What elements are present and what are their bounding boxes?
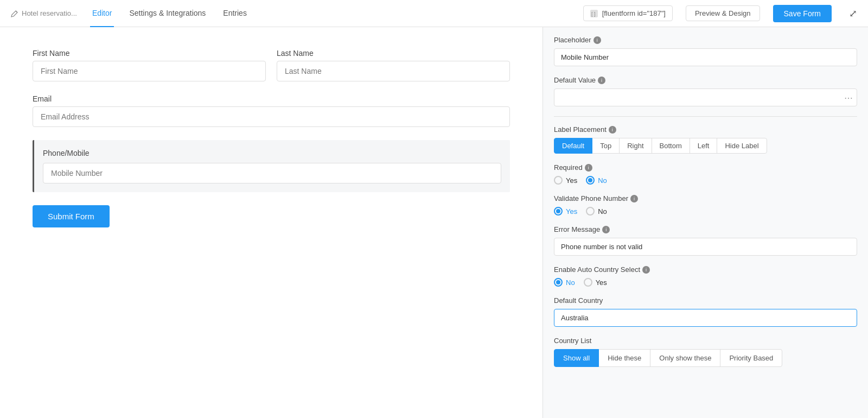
default-country-label: Default Country — [554, 296, 857, 305]
validate-no-radio[interactable]: No — [586, 207, 607, 216]
validate-phone-label: Validate Phone Number i — [554, 194, 857, 202]
validate-phone-group: Validate Phone Number i Yes No — [554, 194, 857, 216]
placeholder-group: Placeholder i — [554, 36, 857, 66]
placeholder-info-icon: i — [593, 36, 601, 44]
code-snippet-text: [fluentform id="187"] — [602, 9, 666, 17]
phone-label: Phone/Mobile — [43, 149, 501, 157]
required-info-icon: i — [585, 164, 592, 172]
label-placement-default[interactable]: Default — [554, 138, 592, 154]
default-country-input[interactable] — [554, 309, 857, 327]
required-label: Required i — [554, 163, 857, 172]
label-placement-group: Label Placement i Default Top Right Bott… — [554, 125, 857, 154]
save-form-button[interactable]: Save Form — [773, 5, 832, 22]
placeholder-label: Placeholder i — [554, 36, 857, 44]
default-value-group: Default Value i ⋯ — [554, 76, 857, 106]
label-placement-bottom[interactable]: Bottom — [652, 138, 690, 154]
last-name-label: Last Name — [277, 49, 510, 58]
email-label: Email — [33, 94, 510, 103]
nav-tab-settings[interactable]: Settings & Integrations — [127, 0, 208, 27]
first-name-group: First Name — [33, 49, 266, 81]
email-group: Email — [33, 94, 510, 127]
first-name-label: First Name — [33, 49, 266, 58]
last-name-group: Last Name — [277, 49, 510, 81]
default-value-info-icon: i — [598, 77, 605, 84]
validate-yes-radio[interactable]: Yes — [554, 207, 577, 216]
label-placement-left[interactable]: Left — [690, 138, 718, 154]
label-placement-label: Label Placement i — [554, 125, 857, 134]
label-placement-info-icon: i — [609, 126, 616, 134]
right-panel: Placeholder i Default Value i ⋯ Label Pl… — [542, 27, 868, 418]
auto-country-label: Enable Auto Country Select i — [554, 265, 857, 274]
default-country-group: Default Country — [554, 296, 857, 327]
required-radio-group: Yes No — [554, 176, 857, 185]
phone-input[interactable] — [43, 163, 501, 183]
first-name-input[interactable] — [33, 61, 266, 81]
country-list-group: Country List Show all Hide these Only sh… — [554, 337, 857, 367]
required-yes-radio[interactable]: Yes — [554, 176, 577, 185]
label-placement-top[interactable]: Top — [592, 138, 620, 154]
required-no-circle — [586, 176, 595, 185]
label-placement-hide[interactable]: Hide Label — [717, 138, 767, 154]
country-list-label: Country List — [554, 337, 857, 345]
default-value-wrap: ⋯ — [554, 88, 857, 106]
auto-country-no-circle — [554, 278, 563, 287]
top-nav: Hotel reservatio... Editor Settings & In… — [0, 0, 868, 27]
code-snippet[interactable]: [ ] [fluentform id="187"] — [583, 5, 673, 21]
validate-yes-circle — [554, 207, 563, 216]
default-value-input[interactable] — [554, 88, 857, 106]
divider-1 — [554, 116, 857, 117]
nav-logo[interactable]: Hotel reservatio... — [11, 9, 77, 17]
default-value-label: Default Value i — [554, 76, 857, 84]
required-yes-circle — [554, 176, 563, 185]
country-list-show-all[interactable]: Show all — [554, 349, 599, 367]
phone-section: Phone/Mobile — [33, 140, 510, 192]
error-message-label: Error Message i — [554, 225, 857, 233]
label-placement-right[interactable]: Right — [619, 138, 652, 154]
validate-phone-info-icon: i — [630, 195, 638, 202]
submit-button[interactable]: Submit Form — [33, 205, 110, 227]
auto-country-group: Enable Auto Country Select i No Yes — [554, 265, 857, 287]
svg-text:[ ]: [ ] — [591, 11, 596, 17]
validate-no-circle — [586, 207, 595, 216]
country-list-only-show[interactable]: Only show these — [650, 349, 720, 367]
auto-country-yes-circle — [584, 278, 592, 287]
nav-logo-label: Hotel reservatio... — [22, 9, 77, 17]
placeholder-input[interactable] — [554, 48, 857, 66]
error-message-group: Error Message i — [554, 225, 857, 256]
error-message-input[interactable] — [554, 238, 857, 256]
preview-design-button[interactable]: Preview & Design — [686, 5, 760, 21]
auto-country-yes-radio[interactable]: Yes — [584, 278, 607, 287]
last-name-input[interactable] — [277, 61, 510, 81]
editor-area: First Name Last Name Email Phone/Mobile … — [0, 27, 542, 418]
ellipsis-icon[interactable]: ⋯ — [844, 92, 853, 103]
validate-phone-radio-group: Yes No — [554, 207, 857, 216]
label-placement-buttons: Default Top Right Bottom Left Hide Label — [554, 138, 857, 154]
required-group: Required i Yes No — [554, 163, 857, 185]
email-input[interactable] — [33, 106, 510, 127]
nav-tab-editor[interactable]: Editor — [90, 0, 114, 27]
country-list-buttons: Show all Hide these Only show these Prio… — [554, 349, 857, 367]
name-row: First Name Last Name — [33, 49, 510, 81]
fullscreen-icon[interactable]: ⤢ — [849, 8, 857, 20]
code-icon: [ ] — [590, 10, 598, 17]
country-list-priority[interactable]: Priority Based — [720, 349, 782, 367]
error-message-info-icon: i — [602, 226, 610, 233]
nav-tab-entries[interactable]: Entries — [221, 0, 249, 27]
auto-country-radio-group: No Yes — [554, 278, 857, 287]
main-layout: First Name Last Name Email Phone/Mobile … — [0, 27, 868, 418]
edit-icon — [11, 10, 18, 17]
auto-country-info-icon: i — [642, 266, 650, 274]
country-list-hide-these[interactable]: Hide these — [598, 349, 650, 367]
required-no-radio[interactable]: No — [586, 176, 607, 185]
auto-country-no-radio[interactable]: No — [554, 278, 575, 287]
